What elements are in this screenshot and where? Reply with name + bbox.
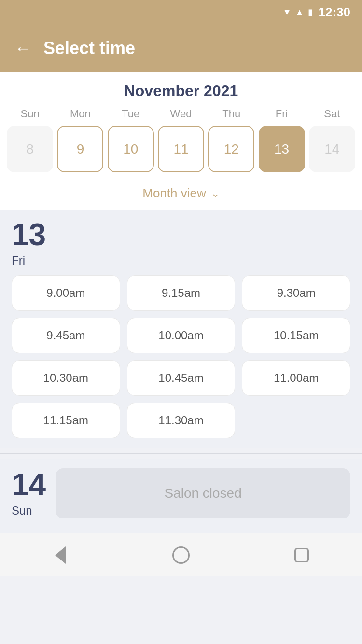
wifi-icon: ▼: [283, 7, 292, 17]
day-8[interactable]: 8: [7, 126, 53, 172]
day-11[interactable]: 11: [158, 126, 204, 172]
status-icons: ▼ ▲ ▮: [283, 7, 313, 17]
weekday-mon: Mon: [55, 108, 105, 120]
weekday-tue: Tue: [106, 108, 156, 120]
day-13-info: 13 Fri: [12, 219, 46, 267]
chevron-down-icon: ⌄: [211, 187, 220, 200]
day14-section: 14 Sun Salon closed: [0, 459, 362, 533]
day-9[interactable]: 9: [57, 126, 103, 172]
home-circle-icon: [172, 546, 190, 564]
day-13-name: Fri: [12, 254, 46, 267]
back-button[interactable]: ←: [14, 40, 32, 57]
day-13-header: 13 Fri: [12, 219, 350, 267]
day-14[interactable]: 14: [309, 126, 355, 172]
day-10[interactable]: 10: [108, 126, 154, 172]
month-year-title: November 2021: [0, 82, 362, 100]
time-slot-930am[interactable]: 9.30am: [242, 275, 350, 311]
weekday-thu: Thu: [206, 108, 256, 120]
section-divider: [0, 453, 362, 454]
day-13-number: 13: [12, 219, 46, 250]
weekday-fri: Fri: [256, 108, 306, 120]
time-slot-1100am[interactable]: 11.00am: [242, 360, 350, 396]
time-slot-1000am[interactable]: 10.00am: [127, 318, 236, 353]
recent-square-icon: [294, 548, 309, 562]
time-slot-915am[interactable]: 9.15am: [127, 275, 236, 311]
time-slot-945am[interactable]: 9.45am: [12, 318, 120, 353]
month-view-toggle[interactable]: Month view ⌄: [0, 180, 362, 210]
header-title: Select time: [43, 38, 135, 58]
day-14-number: 14: [12, 469, 46, 500]
time-slot-1130am[interactable]: 11.30am: [127, 403, 236, 438]
time-slot-1115am[interactable]: 11.15am: [12, 403, 120, 438]
weekday-wed: Wed: [156, 108, 206, 120]
day-14-name: Sun: [12, 504, 46, 518]
status-time: 12:30: [319, 5, 351, 20]
back-triangle-icon: [55, 546, 66, 564]
calendar-section: November 2021 Sun Mon Tue Wed Thu Fri Sa…: [0, 72, 362, 210]
status-bar: ▼ ▲ ▮ 12:30: [0, 0, 362, 24]
weekday-sat: Sat: [307, 108, 357, 120]
signal-icon: ▲: [295, 7, 304, 17]
nav-bar: [0, 533, 362, 576]
day-13[interactable]: 13: [259, 126, 305, 172]
days-row: 8 9 10 11 12 13 14: [0, 126, 362, 172]
salon-closed-message: Salon closed: [56, 468, 350, 518]
time-slot-1015am[interactable]: 10.15am: [242, 318, 350, 353]
month-view-label: Month view: [142, 186, 206, 201]
weekdays-row: Sun Mon Tue Wed Thu Fri Sat: [0, 108, 362, 120]
battery-icon: ▮: [308, 7, 313, 17]
time-slot-1030am[interactable]: 10.30am: [12, 360, 120, 396]
header: ← Select time: [0, 24, 362, 72]
nav-home-button[interactable]: [171, 546, 191, 565]
time-slot-900am[interactable]: 9.00am: [12, 275, 120, 311]
nav-back-button[interactable]: [51, 546, 70, 565]
weekday-sun: Sun: [5, 108, 55, 120]
day-14-info: 14 Sun: [12, 469, 46, 518]
time-section-13: 13 Fri 9.00am 9.15am 9.30am 9.45am 10.00…: [0, 210, 362, 448]
day-12[interactable]: 12: [208, 126, 254, 172]
time-slot-1045am[interactable]: 10.45am: [127, 360, 236, 396]
day14-row: 14 Sun Salon closed: [12, 468, 350, 518]
time-grid-13: 9.00am 9.15am 9.30am 9.45am 10.00am 10.1…: [12, 275, 350, 438]
nav-recent-button[interactable]: [292, 546, 311, 565]
